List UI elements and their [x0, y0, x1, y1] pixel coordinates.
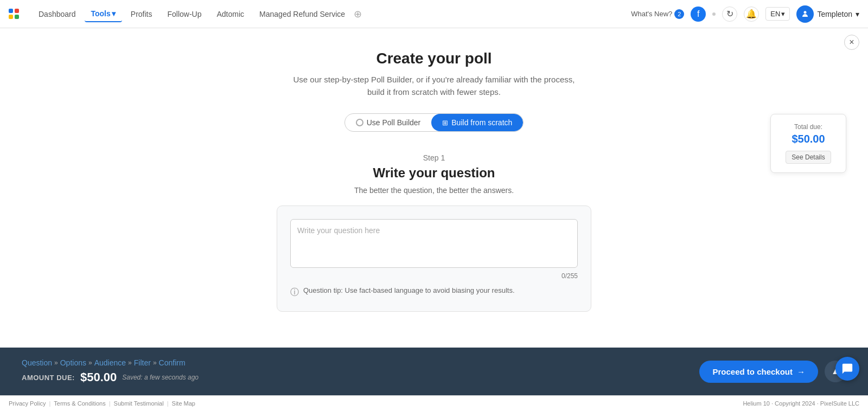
nav-dashboard[interactable]: Dashboard: [32, 7, 82, 22]
step-description: The better the question, the better the …: [11, 186, 857, 195]
tip-text: Question tip: Use fact-based language to…: [303, 286, 515, 294]
amount-label: AMOUNT DUE:: [22, 374, 75, 382]
question-textarea[interactable]: [290, 219, 578, 268]
poll-mode-toggle: Use Poll Builder ⊞ Build from scratch: [344, 113, 524, 132]
bottom-left: Question » Options » Audience » Filter »…: [22, 358, 199, 384]
bottom-right: Proceed to checkout → ▲: [699, 361, 846, 383]
user-chevron-icon: ▾: [856, 10, 859, 18]
footer-terms[interactable]: Terms & Conditions: [54, 400, 105, 407]
breadcrumb-audience[interactable]: Audience: [94, 358, 126, 367]
chevron-down-icon: ▾: [112, 9, 116, 18]
breadcrumb-options[interactable]: Options: [60, 358, 86, 367]
main-content: Create your poll Use our step-by-step Po…: [0, 28, 868, 348]
arrow-right-icon: →: [797, 367, 805, 376]
breadcrumb-sep-4: »: [153, 359, 157, 367]
question-card: 0/255 ⓘ Question tip: Use fact-based lan…: [277, 206, 591, 312]
bottom-bar: Question » Options » Audience » Filter »…: [0, 348, 868, 395]
total-due-label: Total due:: [782, 123, 835, 131]
info-icon: ⓘ: [290, 287, 299, 298]
footer: Privacy Policy | Terms & Conditions | Su…: [0, 395, 868, 411]
breadcrumb-filter[interactable]: Filter: [134, 358, 151, 367]
user-menu[interactable]: Templeton ▾: [796, 5, 859, 23]
build-from-scratch-option[interactable]: ⊞ Build from scratch: [431, 114, 523, 131]
breadcrumb-confirm[interactable]: Confirm: [159, 358, 186, 367]
see-details-button[interactable]: See Details: [786, 151, 831, 164]
step-label: Step 1: [11, 153, 857, 162]
whats-new-button[interactable]: What's New? 2: [631, 9, 684, 19]
breadcrumb-sep-3: »: [128, 359, 132, 367]
nav-links: Dashboard Tools ▾ Profits Follow-Up Adto…: [32, 6, 631, 22]
page-subtitle: Use our step-by-step Poll Builder, or if…: [293, 74, 575, 98]
grid-icon: ⊞: [442, 119, 448, 127]
nav-managed-refund[interactable]: Managed Refund Service: [253, 7, 352, 22]
notification-refresh-icon[interactable]: ↻: [722, 7, 737, 22]
tip-row: ⓘ Question tip: Use fact-based language …: [290, 286, 578, 298]
whats-new-badge: 2: [674, 9, 684, 19]
breadcrumb-sep-1: »: [54, 359, 58, 367]
radio-unselected-icon: [356, 119, 363, 126]
svg-point-1: [804, 11, 807, 14]
language-selector[interactable]: EN ▾: [765, 7, 790, 21]
nav-followup[interactable]: Follow-Up: [161, 7, 208, 22]
step-section: Step 1 Write your question The better th…: [11, 153, 857, 195]
user-avatar: [796, 5, 814, 23]
logo[interactable]: [9, 9, 19, 19]
footer-privacy[interactable]: Privacy Policy: [9, 400, 46, 407]
close-button[interactable]: ×: [844, 35, 859, 50]
footer-sitemap[interactable]: Site Map: [172, 400, 195, 407]
breadcrumb-question[interactable]: Question: [22, 358, 52, 367]
chat-bubble-button[interactable]: [835, 357, 859, 381]
step-heading: Write your question: [11, 165, 857, 181]
bell-icon[interactable]: 🔔: [744, 7, 759, 22]
amount-row: AMOUNT DUE: $50.00 Saved: a few seconds …: [22, 370, 199, 384]
nav-profits[interactable]: Profits: [124, 7, 159, 22]
navbar: Dashboard Tools ▾ Profits Follow-Up Adto…: [0, 0, 868, 28]
proceed-to-checkout-button[interactable]: Proceed to checkout →: [699, 361, 818, 383]
facebook-icon[interactable]: f: [691, 7, 706, 22]
char-count: 0/255: [290, 272, 578, 280]
breadcrumb-sep-2: »: [88, 359, 92, 367]
nav-adtomic[interactable]: Adtomic: [210, 7, 251, 22]
nav-tools[interactable]: Tools ▾: [85, 6, 122, 22]
use-poll-builder-option[interactable]: Use Poll Builder: [345, 114, 432, 131]
toggle-row: Use Poll Builder ⊞ Build from scratch: [11, 113, 857, 132]
page-title: Create your poll: [11, 50, 857, 67]
footer-copyright: Helium 10 · Copyright 2024 · PixelSuite …: [743, 400, 859, 407]
add-nav-icon[interactable]: ⊕: [354, 8, 362, 20]
nav-separator-dot: [712, 12, 716, 16]
nav-right: What's New? 2 f ↻ 🔔 EN ▾ Templeton ▾: [631, 5, 859, 23]
footer-links: Privacy Policy | Terms & Conditions | Su…: [9, 400, 195, 407]
amount-value: $50.00: [80, 370, 117, 384]
breadcrumb: Question » Options » Audience » Filter »…: [22, 358, 199, 367]
saved-text: Saved: a few seconds ago: [122, 374, 199, 381]
total-due-card: Total due: $50.00 See Details: [770, 114, 846, 173]
user-name: Templeton: [817, 10, 852, 18]
footer-testimonial[interactable]: Submit Testimonial: [114, 400, 164, 407]
total-due-amount: $50.00: [782, 133, 835, 145]
chevron-down-icon: ▾: [781, 10, 785, 18]
